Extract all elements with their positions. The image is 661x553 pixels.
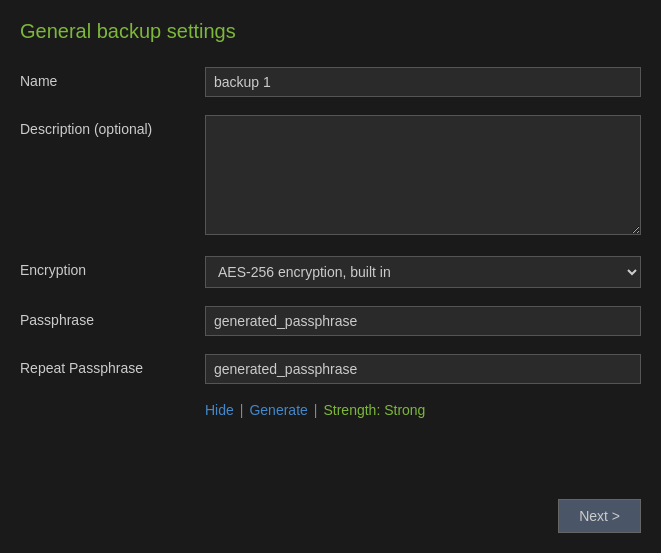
repeat-passphrase-input[interactable] xyxy=(205,354,641,384)
separator-1: | xyxy=(240,402,244,418)
passphrase-label: Passphrase xyxy=(20,306,205,328)
description-field-container xyxy=(205,115,641,238)
name-row: Name xyxy=(20,67,641,97)
name-field-container xyxy=(205,67,641,97)
strength-indicator: Strength: Strong xyxy=(323,402,425,418)
encryption-row: Encryption AES-256 encryption, built in … xyxy=(20,256,641,288)
description-row: Description (optional) xyxy=(20,115,641,238)
repeat-passphrase-field-container xyxy=(205,354,641,384)
encryption-label: Encryption xyxy=(20,256,205,278)
passphrase-field-container xyxy=(205,306,641,336)
passphrase-row: Passphrase xyxy=(20,306,641,336)
repeat-passphrase-label: Repeat Passphrase xyxy=(20,354,205,376)
name-input[interactable] xyxy=(205,67,641,97)
passphrase-input[interactable] xyxy=(205,306,641,336)
generate-link[interactable]: Generate xyxy=(249,402,307,418)
separator-2: | xyxy=(314,402,318,418)
hide-link[interactable]: Hide xyxy=(205,402,234,418)
page-title: General backup settings xyxy=(20,20,641,43)
main-container: General backup settings Name Description… xyxy=(0,0,661,553)
description-label: Description (optional) xyxy=(20,115,205,137)
description-textarea[interactable] xyxy=(205,115,641,235)
next-button[interactable]: Next > xyxy=(558,499,641,533)
passphrase-actions: Hide | Generate | Strength: Strong xyxy=(205,402,641,418)
repeat-passphrase-row: Repeat Passphrase xyxy=(20,354,641,384)
encryption-field-container: AES-256 encryption, built in No encrypti… xyxy=(205,256,641,288)
next-button-container: Next > xyxy=(558,499,641,533)
name-label: Name xyxy=(20,67,205,89)
encryption-select[interactable]: AES-256 encryption, built in No encrypti… xyxy=(205,256,641,288)
